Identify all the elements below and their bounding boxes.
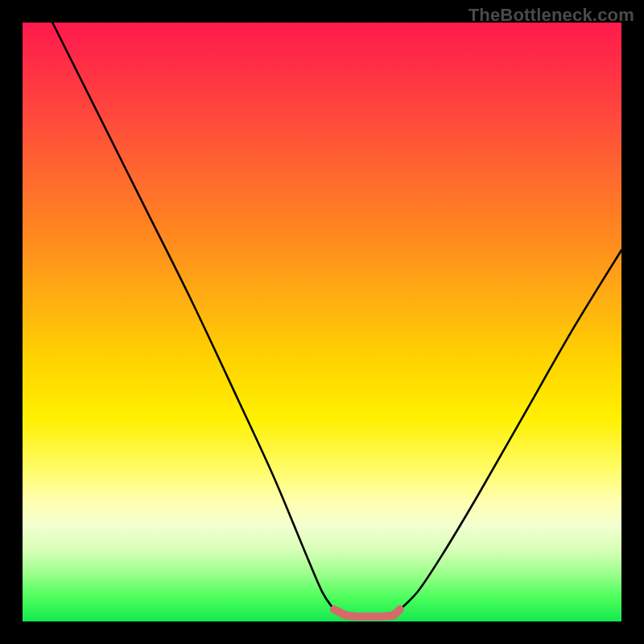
bottom-marker-segment [334, 609, 400, 617]
chart-frame: TheBottleneck.com [0, 0, 644, 644]
curve-svg [23, 23, 621, 621]
right-branch-curve [400, 250, 621, 609]
plot-area [23, 23, 621, 621]
left-branch-curve [52, 23, 334, 609]
